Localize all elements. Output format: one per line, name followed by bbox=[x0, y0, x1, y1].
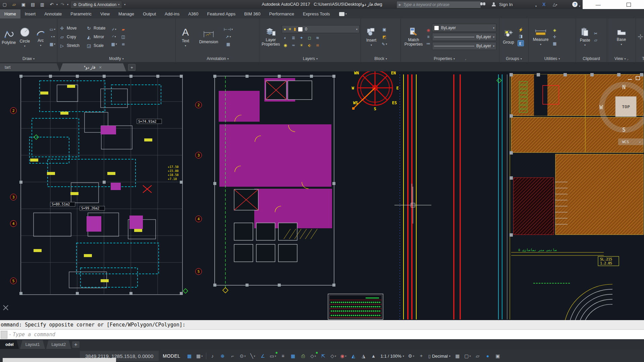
sign-in-button[interactable]: Sign In bbox=[499, 2, 513, 7]
tab-annotate[interactable]: Annotate bbox=[40, 9, 66, 18]
panel-label-groups[interactable]: Groups▾ bbox=[499, 55, 528, 62]
drawing-canvas[interactable]: S=74.91m2 S=80.51m2 S=99.26m2 +17.50 +15… bbox=[0, 71, 644, 320]
cut-icon[interactable]: ✂ bbox=[594, 31, 597, 36]
panel-label-modify[interactable]: Modify▾ bbox=[57, 55, 175, 62]
panel-label-view[interactable]: View▾⌟ bbox=[607, 55, 636, 62]
tab-express-tools[interactable]: Express Tools bbox=[299, 9, 334, 18]
rectangle-tool-icon[interactable]: ▭ ▾ bbox=[50, 27, 55, 32]
graphics-performance-icon[interactable]: ● bbox=[483, 351, 492, 361]
redo-icon[interactable]: ↷ bbox=[58, 1, 67, 8]
help-icon[interactable]: ? bbox=[572, 2, 578, 7]
file-tab-start[interactable]: tart bbox=[0, 63, 60, 71]
undo-icon[interactable]: ↶ bbox=[47, 1, 56, 8]
isolate-objects-icon[interactable]: ▱ bbox=[473, 351, 482, 361]
sign-in-caret-icon[interactable]: ▾ bbox=[535, 3, 537, 8]
offset-tool-icon[interactable]: ≌ bbox=[121, 42, 125, 47]
text-button[interactable]: A Text▾ bbox=[177, 20, 194, 54]
tab-insert[interactable]: Insert bbox=[20, 9, 40, 18]
gizmo-icon[interactable]: ◉▾ bbox=[339, 351, 348, 361]
arc-button[interactable]: Arc▾ bbox=[34, 20, 48, 54]
autotrack-icon[interactable]: ∠ bbox=[258, 351, 268, 361]
hatch-tool-icon[interactable]: ▦ ▾ bbox=[50, 42, 55, 47]
quick-calc-icon[interactable]: ▦ bbox=[553, 41, 556, 46]
help-caret-icon[interactable]: ▾ bbox=[579, 3, 580, 8]
panel-label-block[interactable]: Block▾ bbox=[361, 55, 400, 62]
clean-screen-icon[interactable]: ▣ bbox=[493, 351, 502, 361]
point-style-icon[interactable]: ✛ bbox=[553, 35, 556, 39]
new-layout-button[interactable]: ＋ bbox=[72, 341, 79, 348]
block-editor-icon[interactable]: ✎ ▾ bbox=[382, 42, 387, 47]
file-tab-document[interactable]: *فاز دو ✕ bbox=[60, 63, 126, 71]
layer-unlock-icon[interactable]: ⬖ bbox=[306, 42, 313, 49]
erase-tool-icon[interactable]: ▰ bbox=[122, 27, 125, 32]
dynamic-ucs-icon[interactable]: ⇱ bbox=[319, 351, 328, 361]
exchange-apps-icon[interactable]: X bbox=[542, 2, 545, 7]
tab-performance[interactable]: Performance bbox=[265, 9, 299, 18]
paste-button[interactable]: Paste▾ bbox=[578, 20, 592, 54]
units-control[interactable]: ▯Decimal▾ bbox=[426, 354, 452, 359]
tab-addins[interactable]: Add-ins bbox=[160, 9, 184, 18]
command-input[interactable]: ▾ Type a command bbox=[0, 329, 644, 339]
ellipse-tool-icon[interactable]: ◔ ▾ bbox=[50, 35, 55, 39]
ui-lock-icon[interactable]: ▢▾ bbox=[463, 351, 472, 361]
tab-home[interactable]: Home bbox=[0, 9, 20, 18]
group-button[interactable]: Group bbox=[501, 20, 516, 54]
layer-off-icon[interactable]: ✦ bbox=[298, 35, 305, 41]
copy-button[interactable]: Copy bbox=[67, 35, 76, 39]
insert-button[interactable]: Insert▾ bbox=[363, 20, 380, 54]
view-dialog-launcher-icon[interactable]: ⌟ bbox=[627, 57, 629, 60]
plot-icon[interactable]: ▥ bbox=[38, 1, 47, 8]
search-binoculars-icon[interactable] bbox=[480, 2, 485, 5]
annotation-autoscale-icon[interactable]: ◮ bbox=[359, 351, 368, 361]
workspace-switcher[interactable]: ⚙ Drafting & Annotation ▾ bbox=[70, 1, 122, 8]
tab-output[interactable]: Output bbox=[139, 9, 160, 18]
qat-overflow-icon[interactable]: ▾ bbox=[124, 3, 125, 6]
new-file-icon[interactable]: ▢ bbox=[0, 1, 9, 8]
snap-mode-icon[interactable]: ▦▾ bbox=[195, 351, 204, 361]
redo-caret-icon[interactable]: ▾ bbox=[67, 3, 68, 6]
rotate-button[interactable]: Rotate bbox=[94, 26, 105, 31]
object-color-dropdown[interactable]: ByLayer ▾ bbox=[432, 24, 496, 32]
panel-label-utilities[interactable]: Utilities▾ bbox=[529, 55, 576, 62]
scale-button[interactable]: Scale bbox=[94, 43, 104, 48]
layer-match-icon[interactable]: ≂ bbox=[290, 42, 297, 49]
infer-constraints-icon[interactable]: ♪ bbox=[208, 351, 217, 361]
ungroup-icon[interactable]: ⚡ bbox=[518, 27, 523, 32]
workspace-gear-icon[interactable]: ⚙▾ bbox=[407, 351, 416, 361]
measure-button[interactable]: Measure▾ bbox=[530, 20, 551, 54]
grid-display-icon[interactable]: ▦ bbox=[185, 351, 194, 361]
match-properties-button[interactable]: MatchProperties bbox=[402, 20, 425, 54]
tab-layout1[interactable]: Layout1 bbox=[20, 340, 45, 349]
osnap-3d-icon[interactable]: ◇▾ bbox=[309, 351, 318, 361]
panel-label-annotation[interactable]: Annotation▾ bbox=[176, 55, 260, 62]
lineweight-list-icon[interactable]: ≡ bbox=[427, 35, 429, 39]
tab-bim360[interactable]: BIM 360 bbox=[240, 9, 265, 18]
ortho-mode-icon[interactable]: ⌐ bbox=[228, 351, 237, 361]
save-icon[interactable]: ▣ bbox=[19, 1, 28, 8]
quick-calc-status-icon[interactable]: ▦ bbox=[453, 351, 462, 361]
dynamic-input-icon[interactable]: ⊕ bbox=[218, 351, 227, 361]
save-as-icon[interactable]: ▤ bbox=[29, 1, 37, 8]
create-block-icon[interactable]: ▣ bbox=[382, 27, 386, 32]
group-selection-toggle-icon[interactable]: ◧ bbox=[518, 40, 524, 46]
array-tool-icon[interactable]: ▦ ▾ bbox=[111, 42, 117, 47]
selection-filter-icon[interactable]: ◇▾ bbox=[329, 351, 338, 361]
layer-unisolate-icon[interactable]: ◻ bbox=[306, 35, 313, 41]
model-space-badge[interactable]: MODEL bbox=[159, 353, 184, 359]
layer-properties-button[interactable]: LayerProperties bbox=[262, 20, 280, 54]
transparency-icon[interactable]: ▦ bbox=[288, 351, 298, 361]
move-button[interactable]: Move bbox=[67, 26, 76, 31]
panel-label-layers[interactable]: Layers▾ bbox=[260, 55, 361, 62]
linetype-dropdown[interactable]: ByLayer ▾ bbox=[432, 42, 496, 50]
a360-icon[interactable]: △▾ bbox=[553, 2, 557, 7]
selection-cycling-icon[interactable]: ⎙ bbox=[299, 351, 308, 361]
panel-label-clipboard[interactable]: Clipboard bbox=[576, 55, 607, 62]
tab-view[interactable]: View bbox=[96, 9, 114, 18]
panel-label-draw[interactable]: Draw▾ bbox=[0, 55, 57, 62]
panel-label-properties[interactable]: Properties▾⌟ bbox=[401, 55, 499, 62]
tab-parametric[interactable]: Parametric bbox=[66, 9, 96, 18]
layer-isolate-icon[interactable]: ◐ bbox=[282, 35, 289, 41]
base-button[interactable]: Base▾ bbox=[613, 20, 630, 54]
layer-freeze-icon[interactable]: ≣ bbox=[290, 35, 297, 41]
annotation-monitor-icon[interactable]: ＋ bbox=[417, 351, 426, 361]
